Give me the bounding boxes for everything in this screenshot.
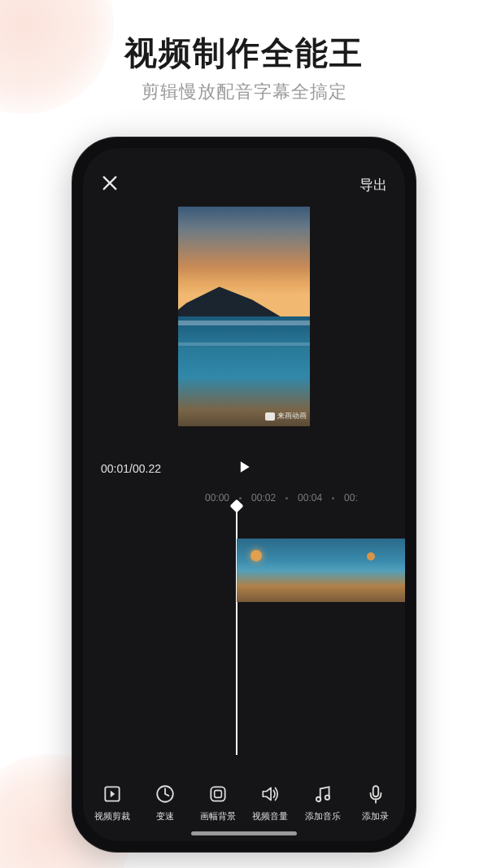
volume-icon — [259, 783, 281, 805]
tool-label: 变速 — [156, 810, 174, 822]
svg-point-5 — [325, 796, 329, 800]
clip-thumbnail — [237, 539, 405, 602]
play-button[interactable] — [236, 459, 252, 478]
transport-bar: 00:01/00.22 — [83, 451, 405, 486]
tool-volume[interactable]: 视频音量 — [245, 783, 295, 822]
top-bar: 导出 — [83, 148, 405, 207]
speed-icon — [155, 783, 176, 805]
frame-icon — [207, 783, 229, 805]
watermark-text: 来画动画 — [277, 411, 307, 421]
video-preview[interactable]: 来画动画 — [83, 207, 405, 451]
tool-label: 添加音乐 — [305, 810, 341, 822]
timecode: 00:01/00.22 — [101, 462, 161, 475]
svg-point-4 — [316, 797, 320, 801]
ruler-tick: 00:04 — [298, 492, 322, 504]
video-clip[interactable] — [237, 539, 405, 602]
mic-icon — [365, 783, 386, 805]
tool-mic[interactable]: 添加录 — [351, 783, 401, 822]
svg-rect-2 — [211, 787, 224, 800]
phone-mockup: 导出 来画动画 00:01/00.22 00:00 — [72, 137, 416, 853]
ruler-tick: 00: — [344, 492, 358, 504]
promo-subtitle: 剪辑慢放配音字幕全搞定 — [0, 80, 488, 104]
watermark-icon — [265, 412, 275, 421]
svg-rect-3 — [214, 791, 221, 798]
timeline[interactable] — [83, 509, 405, 771]
tool-label: 画幅背景 — [200, 810, 236, 822]
tool-frame[interactable]: 画幅背景 — [193, 783, 243, 822]
timeline-ruler[interactable]: 00:00 00:02 00:04 00: — [83, 486, 405, 509]
tool-music[interactable]: 添加音乐 — [298, 783, 348, 822]
tool-label: 视频剪裁 — [94, 810, 130, 822]
tool-crop[interactable]: 视频剪裁 — [87, 783, 137, 822]
tool-label: 添加录 — [362, 810, 389, 822]
svg-rect-6 — [373, 786, 378, 796]
music-icon — [312, 783, 333, 805]
promo-title: 视频制作全能王 — [0, 31, 488, 76]
close-button[interactable] — [101, 174, 119, 195]
export-button[interactable]: 导出 — [359, 176, 387, 194]
crop-icon — [102, 783, 123, 805]
tool-speed[interactable]: 变速 — [140, 783, 190, 822]
video-canvas: 来画动画 — [178, 207, 310, 426]
tool-label: 视频音量 — [252, 810, 288, 822]
app-screen: 导出 来画动画 00:01/00.22 00:00 — [83, 148, 405, 841]
home-indicator[interactable] — [191, 831, 297, 835]
play-icon — [236, 459, 252, 475]
close-icon — [101, 174, 119, 192]
watermark: 来画动画 — [265, 411, 307, 421]
ruler-tick: 00:02 — [251, 492, 276, 504]
ruler-tick: 00:00 — [205, 492, 229, 504]
